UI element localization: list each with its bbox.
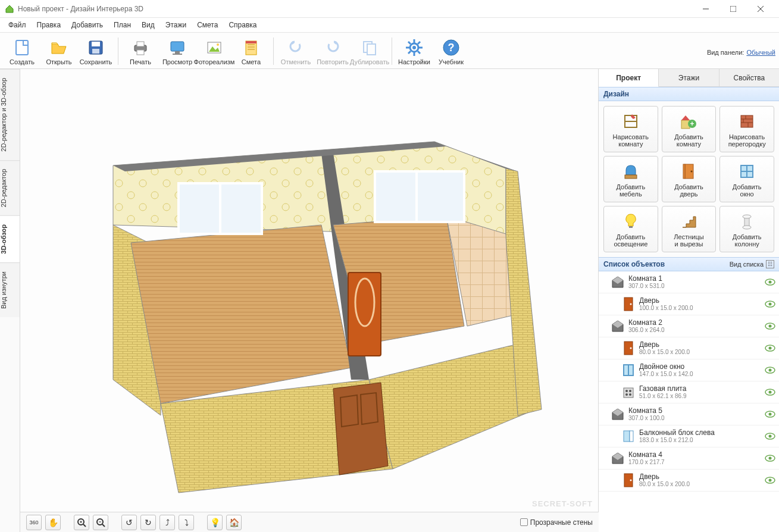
btn-rotate-left[interactable]: ↺	[121, 515, 137, 530]
tb-photoreal[interactable]: Фотореализм	[196, 35, 233, 67]
tb-undo[interactable]: Отменить	[277, 35, 314, 67]
design-btn-8[interactable]: Добавитьколонну	[719, 206, 774, 252]
svg-point-26	[412, 46, 416, 49]
svg-point-122	[629, 390, 631, 392]
visibility-toggle[interactable]	[765, 301, 775, 308]
visibility-toggle[interactable]	[765, 345, 775, 352]
right-panel: Проект Этажи Свойства Дизайн Нарисоватьк…	[599, 69, 779, 532]
svg-rect-22	[246, 41, 256, 43]
design-btn-7[interactable]: Лестницыи вырезы	[662, 206, 717, 252]
vtab-2d3d[interactable]: 2D-редактор и 3D-обзор	[0, 69, 20, 160]
btn-pan[interactable]: ✋	[45, 515, 61, 530]
main-toolbar: Создать Открыть Сохранить Печать Просмот…	[0, 33, 779, 69]
tb-print[interactable]: Печать	[122, 35, 159, 67]
visibility-toggle[interactable]	[765, 433, 775, 440]
visibility-toggle[interactable]	[765, 477, 775, 484]
list-view-toggle[interactable]: ☷	[766, 260, 774, 268]
object-row-6[interactable]: Комната 5307.0 x 100.0	[599, 403, 779, 425]
visibility-toggle[interactable]	[765, 389, 775, 396]
menu-floors[interactable]: Этажи	[161, 19, 191, 31]
design-btn-1[interactable]: +Добавитькомнату	[662, 106, 717, 152]
tb-redo[interactable]: Повторить	[314, 35, 351, 67]
object-row-5[interactable]: Газовая плита51.0 x 62.1 x 86.9	[599, 381, 779, 403]
tb-help[interactable]: ? Учебник	[433, 35, 470, 67]
svg-point-124	[629, 393, 631, 396]
vtab-inside[interactable]: Вид изнутри	[0, 262, 20, 317]
visibility-toggle[interactable]	[765, 367, 775, 374]
btn-home[interactable]: 🏠	[226, 515, 242, 530]
menu-plan[interactable]: План	[109, 19, 136, 31]
tb-settings[interactable]: Настройки	[396, 35, 433, 67]
visibility-toggle[interactable]	[765, 411, 775, 418]
design-icon-6	[621, 212, 640, 231]
rtab-properties[interactable]: Свойства	[719, 69, 779, 86]
svg-point-130	[769, 413, 772, 416]
svg-point-115	[769, 347, 772, 350]
maximize-button[interactable]	[719, 0, 747, 18]
panel-mode-link[interactable]: Обычный	[746, 49, 775, 56]
tb-preview[interactable]: Просмотр	[159, 35, 196, 67]
btn-zoom-out[interactable]	[93, 515, 108, 530]
btn-360[interactable]: 360	[26, 515, 42, 530]
svg-rect-63	[348, 273, 381, 356]
obj-icon-door	[620, 472, 637, 489]
folder-open-icon	[49, 38, 68, 57]
transparent-walls-checkbox[interactable]	[520, 518, 528, 526]
svg-rect-83	[741, 115, 753, 127]
menu-view[interactable]: Вид	[137, 19, 159, 31]
svg-marker-57	[369, 344, 536, 469]
vtab-3d[interactable]: 3D-обзор	[0, 215, 20, 262]
vtab-2d[interactable]: 2D-редактор	[0, 160, 20, 215]
design-icon-0	[621, 112, 640, 131]
object-row-8[interactable]: Комната 4170.0 x 217.7	[599, 447, 779, 470]
design-icon-3	[621, 162, 640, 181]
gear-icon	[405, 38, 424, 57]
svg-point-105	[630, 303, 632, 305]
object-row-0[interactable]: Комната 1307.0 x 531.0	[599, 271, 779, 293]
save-icon	[86, 38, 105, 57]
rtab-floors[interactable]: Этажи	[659, 69, 719, 86]
visibility-toggle[interactable]	[765, 455, 775, 462]
svg-marker-0	[6, 5, 13, 12]
design-btn-2[interactable]: Нарисоватьперегородку	[719, 106, 774, 152]
design-btn-0[interactable]: Нарисоватькомнату	[603, 106, 658, 152]
minimize-button[interactable]	[692, 0, 719, 18]
design-btn-4[interactable]: Добавитьдверь	[662, 156, 717, 202]
object-row-7[interactable]: Балконный блок слева183.0 x 15.0 x 212.0	[599, 425, 779, 447]
visibility-toggle[interactable]	[765, 323, 775, 330]
object-row-9[interactable]: Дверь80.0 x 15.0 x 200.0	[599, 470, 779, 492]
menu-file[interactable]: Файл	[4, 19, 31, 31]
object-row-2[interactable]: Комната 2306.0 x 264.0	[599, 315, 779, 337]
tb-open[interactable]: Открыть	[40, 35, 77, 67]
tb-duplicate[interactable]: Дублировать	[351, 35, 388, 67]
visibility-toggle[interactable]	[765, 278, 775, 286]
btn-rotate-right[interactable]: ↻	[140, 515, 156, 530]
close-button[interactable]	[747, 0, 774, 18]
menu-help[interactable]: Справка	[224, 19, 261, 31]
btn-zoom-in[interactable]	[74, 515, 89, 530]
btn-tilt-up[interactable]: ⤴	[159, 515, 175, 530]
design-btn-5[interactable]: Добавитьокно	[719, 156, 774, 202]
svg-point-126	[769, 391, 772, 394]
menu-add[interactable]: Добавить	[67, 19, 108, 31]
panel-mode-label: Вид панели:	[707, 49, 744, 56]
tb-estimate[interactable]: Смета	[233, 35, 270, 67]
btn-tilt-down[interactable]: ⤵	[179, 515, 194, 530]
menu-edit[interactable]: Правка	[32, 19, 66, 31]
tb-save[interactable]: Сохранить	[77, 35, 114, 67]
design-btn-6[interactable]: Добавитьосвещение	[603, 206, 658, 252]
design-btn-3[interactable]: Добавитьмебель	[603, 156, 658, 202]
design-icon-4	[679, 162, 698, 181]
rtab-project[interactable]: Проект	[599, 69, 659, 87]
obj-icon-room	[609, 406, 626, 423]
object-row-1[interactable]: Дверь100.0 x 15.0 x 200.0	[599, 293, 779, 315]
floorplan-svg	[42, 82, 577, 499]
object-row-4[interactable]: Двойное окно147.0 x 15.0 x 142.0	[599, 359, 779, 381]
svg-line-71	[83, 524, 86, 527]
btn-light[interactable]: 💡	[207, 515, 223, 530]
svg-point-92	[691, 171, 693, 173]
tb-create[interactable]: Создать	[4, 35, 40, 67]
3d-viewport[interactable]	[20, 69, 599, 512]
object-row-3[interactable]: Дверь80.0 x 15.0 x 200.0	[599, 337, 779, 359]
menu-estimate[interactable]: Смета	[192, 19, 223, 31]
